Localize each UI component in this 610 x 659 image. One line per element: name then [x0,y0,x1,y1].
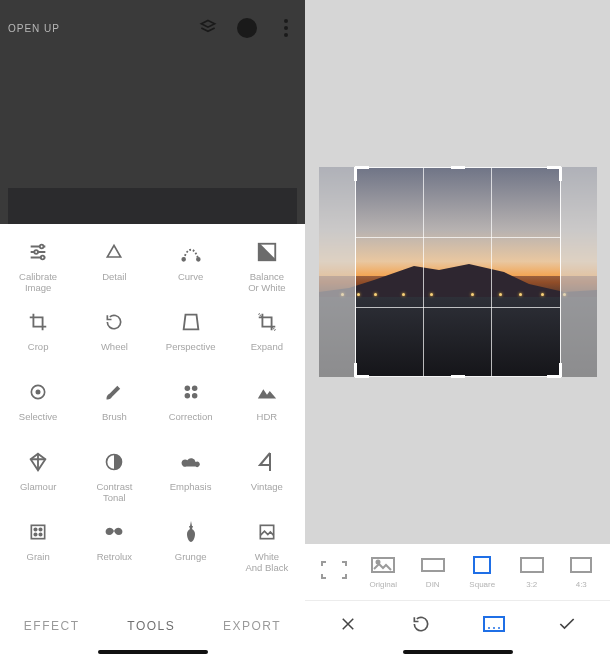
tool-label: Crop [28,342,49,353]
tool-dice[interactable]: Grain [0,514,76,584]
aspect-32-icon [518,555,546,575]
left-screenshot: OPEN UP Calibrate ImageDetailCurveBalanc… [0,0,305,659]
tab-effect[interactable]: EFFECT [24,619,80,633]
svg-point-23 [493,627,495,629]
tool-label: Contrast Tonal [96,482,132,504]
tool-diamond[interactable]: Glamour [0,444,76,514]
aspect-label: 4:3 [576,580,587,589]
tool-picture[interactable]: White And Black [229,514,305,584]
picture-icon [255,520,279,544]
aspect-32[interactable]: 3:2 [508,555,556,589]
perspect-icon [179,310,203,334]
svg-point-10 [184,393,190,399]
target-icon [26,380,50,404]
sliders-icon [26,240,50,264]
four-icon [255,450,279,474]
expand-icon [255,310,279,334]
svg-point-14 [34,528,37,531]
editor-topbar: OPEN UP [0,0,305,56]
rotate-button[interactable] [409,612,433,636]
tool-cloud[interactable]: Emphasis [153,444,229,514]
tool-label: Curve [178,272,203,283]
cancel-button[interactable] [336,612,360,636]
tool-heal[interactable]: Correction [153,374,229,444]
tool-label: Grain [27,552,50,563]
svg-point-9 [192,386,198,392]
tool-label: Grunge [175,552,207,563]
tool-label: White And Black [245,552,288,574]
aspect-square-icon [468,555,496,575]
svg-point-24 [498,627,500,629]
tool-perspect[interactable]: Perspective [153,304,229,374]
tab-export[interactable]: EXPORT [223,619,281,633]
svg-point-15 [39,528,42,531]
svg-point-16 [34,533,37,536]
tool-halfcircle[interactable]: Contrast Tonal [76,444,152,514]
curve-icon [179,240,203,264]
tool-mustache[interactable]: Retrolux [76,514,152,584]
aspect-ratio-row: OriginalDINSquare3:24:3 [305,544,610,600]
more-icon[interactable] [275,17,297,39]
tool-crop[interactable]: Crop [0,304,76,374]
aspect-button[interactable] [482,612,506,636]
aspect-free[interactable] [310,560,358,585]
aspect-43-icon [567,555,595,575]
open-button[interactable]: OPEN UP [8,23,60,34]
tab-tools[interactable]: TOOLS [127,619,175,633]
tool-brush[interactable]: Brush [76,374,152,444]
svg-point-8 [184,386,190,392]
layers-icon[interactable] [197,17,219,39]
tool-balance[interactable]: Balance Or White [229,234,305,304]
tool-label: Perspective [166,342,216,353]
cloud-icon [179,450,203,474]
tool-triangle[interactable]: Detail [76,234,152,304]
aspect-original[interactable]: Original [359,555,407,589]
tool-label: Vintage [251,482,283,493]
tool-target[interactable]: Selective [0,374,76,444]
tool-label: Selective [19,412,58,423]
tool-expand[interactable]: Expand [229,304,305,374]
diamond-icon [26,450,50,474]
svg-point-0 [40,245,44,249]
mustache-icon [102,520,126,544]
tool-label: Balance Or White [248,272,285,294]
svg-point-2 [41,256,45,260]
heal-icon [179,380,203,404]
left-bottom-bar: EFFECT TOOLS EXPORT [0,602,305,659]
tool-label: Calibrate Image [19,272,57,294]
confirm-button[interactable] [555,612,579,636]
svg-point-3 [182,258,185,261]
guitar-icon [179,520,203,544]
tool-sliders[interactable]: Calibrate Image [0,234,76,304]
photo[interactable] [319,167,597,377]
tool-guitar[interactable]: Grunge [153,514,229,584]
svg-point-17 [39,533,42,536]
tool-label: Brush [102,412,127,423]
editor-dim-background: OPEN UP [0,0,305,224]
info-icon[interactable] [237,18,257,38]
triangle-icon [102,240,126,264]
crop-mask-left [319,167,355,377]
aspect-din[interactable]: DIN [409,555,457,589]
crop-frame[interactable] [355,167,561,377]
tool-label: Emphasis [170,482,212,493]
right-screenshot: OriginalDINSquare3:24:3 [305,0,610,659]
tool-rotate[interactable]: Wheel [76,304,152,374]
svg-point-22 [488,627,490,629]
halfcircle-icon [102,450,126,474]
svg-point-7 [36,390,39,393]
svg-rect-18 [260,525,273,538]
tool-label: Detail [102,272,126,283]
balance-icon [255,240,279,264]
aspect-label: Square [469,580,495,589]
tool-label: Retrolux [97,552,132,563]
svg-rect-13 [31,525,44,538]
tool-label: Correction [169,412,213,423]
tools-sheet: Calibrate ImageDetailCurveBalance Or Whi… [0,224,305,584]
aspect-square[interactable]: Square [458,555,506,589]
aspect-label: 3:2 [526,580,537,589]
aspect-43[interactable]: 4:3 [557,555,605,589]
tool-four[interactable]: Vintage [229,444,305,514]
tool-mountains[interactable]: HDR [229,374,305,444]
tool-curve[interactable]: Curve [153,234,229,304]
